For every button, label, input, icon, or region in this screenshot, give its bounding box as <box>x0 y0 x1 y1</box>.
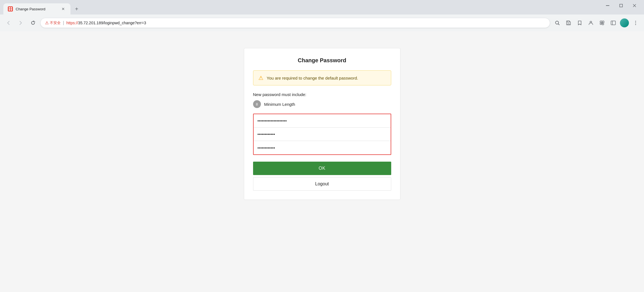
browser-chrome: Change Password ✕ + <box>0 0 644 31</box>
warning-triangle-icon: ⚠ <box>258 75 263 81</box>
confirm-password-input[interactable] <box>254 141 391 154</box>
requirement-item: 8 Minimum Length <box>253 100 391 108</box>
extensions-icon-button[interactable] <box>597 18 607 28</box>
title-bar: Change Password ✕ + <box>0 0 644 15</box>
back-button[interactable] <box>3 18 13 28</box>
insecure-label: 不安全 <box>50 20 61 25</box>
change-password-card: Change Password ⚠ You are required to ch… <box>244 48 400 200</box>
ok-button[interactable]: OK <box>253 162 391 175</box>
maximize-button[interactable] <box>615 1 627 10</box>
svg-point-11 <box>635 21 636 22</box>
warning-banner: ⚠ You are required to change the default… <box>253 70 391 85</box>
close-button[interactable] <box>628 1 641 10</box>
new-tab-button[interactable]: + <box>73 5 81 13</box>
reload-button[interactable] <box>28 18 38 28</box>
forward-button[interactable] <box>16 18 26 28</box>
security-warning: ⚠ 不安全 <box>45 20 61 25</box>
profile-avatar <box>620 18 629 27</box>
tab-close-button[interactable]: ✕ <box>60 6 66 12</box>
warning-message: You are required to change the default p… <box>267 76 358 80</box>
minimize-button[interactable] <box>601 1 614 10</box>
current-password-input[interactable] <box>254 114 391 128</box>
window-controls <box>601 1 641 10</box>
svg-rect-6 <box>568 24 569 25</box>
url-separator: | <box>63 20 64 25</box>
account-icon-button[interactable] <box>586 18 596 28</box>
req-badge-min-length: 8 <box>253 100 261 108</box>
svg-line-5 <box>558 24 560 25</box>
nav-icons-right <box>552 18 641 28</box>
search-icon-button[interactable] <box>552 18 562 28</box>
sidebar-toggle-button[interactable] <box>608 18 618 28</box>
logout-button[interactable]: Logout <box>253 177 391 191</box>
url-rest: 35.72.201.189/loginpwd_change?err=3 <box>78 21 146 25</box>
security-warning-icon: ⚠ <box>45 20 49 25</box>
page-title: Change Password <box>253 57 391 64</box>
nav-bar: ⚠ 不安全 | https://35.72.201.189/loginpwd_c… <box>0 15 644 31</box>
tab-favicon <box>8 6 13 11</box>
svg-rect-1 <box>620 4 622 7</box>
url-scheme: https:// <box>66 21 78 25</box>
svg-point-12 <box>635 23 636 23</box>
svg-point-8 <box>590 21 592 23</box>
password-fields-group <box>253 114 391 155</box>
save-page-icon-button[interactable] <box>563 18 574 28</box>
url-text: https://35.72.201.189/loginpwd_change?er… <box>66 21 545 25</box>
title-bar-left: Change Password ✕ + <box>3 0 81 15</box>
address-bar[interactable]: ⚠ 不安全 | https://35.72.201.189/loginpwd_c… <box>40 18 550 28</box>
page-content: Change Password ⚠ You are required to ch… <box>0 31 644 292</box>
svg-point-13 <box>635 24 636 25</box>
bookmark-icon-button[interactable] <box>575 18 585 28</box>
menu-button[interactable] <box>631 18 641 28</box>
req-text-min-length: Minimum Length <box>264 102 295 107</box>
svg-rect-9 <box>611 21 615 25</box>
profile-button[interactable] <box>619 18 629 28</box>
new-password-input[interactable] <box>254 128 391 141</box>
tab-strip: Change Password ✕ + <box>3 0 81 15</box>
tab-title: Change Password <box>16 7 58 11</box>
active-tab[interactable]: Change Password ✕ <box>3 3 70 15</box>
requirements-label: New password must include: <box>253 92 391 97</box>
svg-rect-0 <box>606 5 609 6</box>
